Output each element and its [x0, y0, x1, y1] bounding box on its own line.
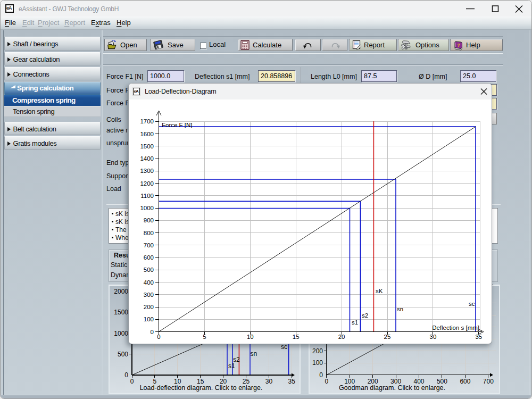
svg-text:20: 20 — [338, 334, 345, 340]
svg-text:800: 800 — [144, 230, 154, 236]
svg-text:sn: sn — [397, 306, 403, 312]
svg-text:sc: sc — [469, 301, 475, 307]
svg-text:1400: 1400 — [140, 155, 154, 162]
svg-text:sn: sn — [251, 350, 257, 358]
svg-text:Deflection s [mm]: Deflection s [mm] — [432, 325, 479, 331]
svg-text:s1: s1 — [228, 362, 235, 370]
svg-text:0: 0 — [151, 329, 154, 335]
svg-text:2000: 2000 — [114, 288, 128, 295]
svg-text:200: 200 — [312, 347, 323, 355]
svg-text:200: 200 — [144, 304, 154, 310]
svg-text:25: 25 — [384, 334, 391, 340]
svg-text:30: 30 — [430, 334, 437, 340]
svg-text:Force F [N]: Force F [N] — [162, 122, 193, 128]
svg-text:1300: 1300 — [140, 168, 154, 174]
svg-text:500: 500 — [144, 267, 154, 273]
svg-text:500: 500 — [118, 351, 128, 358]
svg-text:0: 0 — [130, 378, 134, 385]
svg-text:1500: 1500 — [140, 143, 154, 149]
svg-text:s1: s1 — [352, 319, 358, 326]
svg-text:1000: 1000 — [140, 205, 154, 211]
svg-text:s2: s2 — [233, 356, 240, 363]
svg-text:600: 600 — [144, 254, 154, 261]
svg-text:35: 35 — [475, 334, 482, 340]
svg-text:0: 0 — [319, 371, 323, 379]
svg-text:?: ? — [458, 43, 461, 48]
svg-text:1500: 1500 — [114, 309, 128, 316]
svg-text:30: 30 — [265, 378, 273, 385]
svg-text:1600: 1600 — [140, 131, 154, 137]
svg-text:1200: 1200 — [140, 180, 154, 187]
svg-text:1700: 1700 — [140, 118, 154, 124]
svg-text:300: 300 — [144, 292, 154, 298]
svg-text:700: 700 — [144, 242, 154, 248]
svg-text:15: 15 — [293, 334, 300, 340]
svg-text:0: 0 — [157, 334, 160, 340]
svg-text:Goodman diagram. Click to enla: Goodman diagram. Click to enlarge. — [339, 384, 445, 392]
svg-text:sc: sc — [281, 343, 287, 351]
svg-text:900: 900 — [144, 217, 154, 223]
svg-text:sK: sK — [376, 288, 383, 294]
svg-text:100: 100 — [144, 316, 154, 322]
svg-text:100: 100 — [312, 359, 323, 367]
svg-text:0: 0 — [325, 378, 328, 385]
svg-text:1100: 1100 — [140, 193, 154, 199]
svg-text:0: 0 — [124, 371, 128, 379]
svg-text:10: 10 — [247, 334, 254, 340]
svg-text:700: 700 — [483, 378, 494, 385]
svg-text:600: 600 — [460, 378, 470, 385]
svg-text:1000: 1000 — [114, 330, 128, 337]
svg-text:400: 400 — [144, 279, 154, 286]
svg-text:s2: s2 — [362, 312, 368, 319]
svg-text:35: 35 — [288, 378, 296, 385]
svg-text:5: 5 — [203, 334, 206, 340]
svg-text:Load-deflection diagram. Click: Load-deflection diagram. Click to enlarg… — [140, 384, 263, 392]
